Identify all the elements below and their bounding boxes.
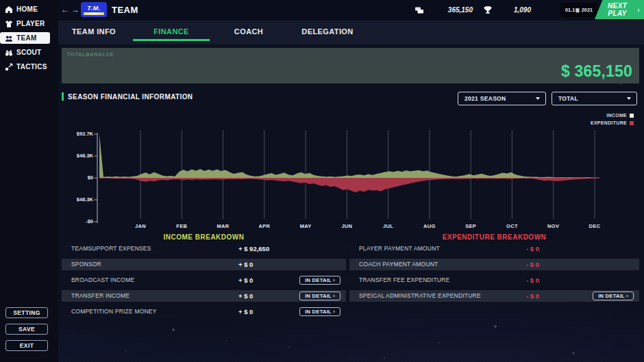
- month-label: APR: [251, 223, 278, 229]
- table-row: BROADCAST INCOME + $ 0 IN DETAIL ›: [62, 274, 346, 286]
- row-label: SPONSOR: [71, 259, 101, 270]
- table-row: TRANSFER INCOME + $ 0 IN DETAIL ›: [62, 290, 346, 302]
- tab-finance[interactable]: FINANCE: [153, 27, 189, 36]
- total-balance-value: $ 365,150: [561, 62, 632, 81]
- funds-value: 365,150: [427, 6, 473, 14]
- month-label: MAR: [210, 223, 237, 229]
- row-label: TRANSFER FEE EXPENDITURE: [359, 274, 449, 286]
- date-badge: 01.1월 2021: [560, 3, 597, 17]
- scout-icon: [5, 49, 13, 57]
- table-row: COMPETITION PRIZE MONEY + $ 0 IN DETAIL …: [62, 306, 346, 318]
- month-label: JUL: [375, 223, 402, 229]
- sidebar-item-scout[interactable]: SCOUT: [0, 47, 50, 58]
- row-label: COMPETITION PRIZE MONEY: [71, 306, 157, 318]
- row-label: BROADCAST INCOME: [71, 274, 134, 286]
- player-icon: [5, 20, 13, 28]
- exit-button[interactable]: EXIT: [5, 340, 48, 351]
- month-label: JUN: [333, 223, 360, 229]
- income-expenditure-area-chart: [62, 107, 641, 238]
- sidebar-item-label: HOME: [16, 5, 38, 13]
- row-label: TRANSFER INCOME: [71, 290, 129, 302]
- section-header: SEASON FINANCIAL INFORMATION: [62, 92, 193, 101]
- tab-bar: TEAM INFO FINANCE COACH DELEGATION: [58, 21, 644, 44]
- tab-coach[interactable]: COACH: [234, 27, 263, 36]
- tab-team-info[interactable]: TEAM INFO: [72, 27, 116, 36]
- month-label: FEB: [168, 223, 195, 229]
- row-value: + $ 0: [238, 306, 253, 318]
- sidebar: HOME PLAYER TEAM SCOUT TACTICS SETTING S…: [0, 0, 58, 362]
- month-label: NOV: [540, 223, 567, 229]
- row-label: SPEICAL ADMINISTRATIVE EXPENDITURE: [359, 290, 481, 302]
- team-icon: [5, 34, 13, 42]
- section-title: SEASON FINANCIAL INFORMATION: [68, 93, 193, 101]
- sidebar-item-tactics[interactable]: TACTICS: [0, 61, 50, 73]
- forward-arrow-icon[interactable]: →: [71, 4, 79, 15]
- row-label: PLAYER PAYMENT AMOUNT: [359, 243, 440, 255]
- month-label: DEC: [581, 223, 608, 229]
- month-label: MAY: [292, 223, 319, 229]
- app-window: HOME PLAYER TEAM SCOUT TACTICS SETTING S…: [0, 0, 644, 362]
- finance-chart: INCOME EXPENDITURE $92.7K $46.3K $0 $46.…: [62, 107, 641, 238]
- expenditure-breakdown-title: EXPENDITURE BREAKDOWN: [349, 233, 639, 241]
- scope-select[interactable]: TOTAL: [552, 92, 637, 105]
- trophies-value: 1,090: [495, 6, 531, 14]
- sidebar-item-player[interactable]: PLAYER: [0, 18, 50, 29]
- sidebar-item-label: SCOUT: [16, 49, 42, 56]
- total-balance-panel: TOTALBANALCE $ 365,150: [62, 48, 639, 83]
- tactics-icon: [5, 63, 13, 71]
- row-value: + $ 92,650: [238, 243, 269, 255]
- app-logo: T.M.: [81, 2, 107, 17]
- chevron-down-icon: [627, 97, 631, 100]
- in-detail-button[interactable]: IN DETAIL ›: [299, 307, 340, 316]
- row-value: - $ 0: [526, 290, 539, 302]
- setting-button[interactable]: SETTING: [5, 307, 48, 318]
- sidebar-footer: SETTING SAVE EXIT: [0, 307, 58, 357]
- row-value: - $ 0: [526, 259, 539, 270]
- income-breakdown-title: INCOME BREAKDOWN: [62, 233, 346, 241]
- back-arrow-icon[interactable]: ←: [61, 4, 69, 15]
- trophy-icon: [483, 5, 493, 14]
- table-row: COACH PAYMENT AMOUNT - $ 0 IN DETAIL ›: [349, 259, 639, 270]
- sidebar-item-home[interactable]: HOME: [0, 3, 50, 15]
- month-label: OCT: [498, 223, 525, 229]
- sidebar-item-label: TEAM: [16, 34, 37, 42]
- table-row: SPEICAL ADMINISTRATIVE EXPENDITURE - $ 0…: [349, 290, 639, 302]
- next-play-button[interactable]: NEXT PLAY ›: [595, 0, 644, 19]
- top-bar: ← → T.M. TEAM 365,150 1,090 01.1월 2021 N…: [58, 0, 644, 21]
- row-label: COACH PAYMENT AMOUNT: [359, 259, 438, 270]
- scope-select-value: TOTAL: [558, 95, 627, 102]
- home-icon: [5, 5, 13, 14]
- next-play-label: NEXT PLAY: [600, 2, 634, 17]
- sidebar-item-team[interactable]: TEAM: [0, 32, 50, 44]
- sidebar-item-label: TACTICS: [16, 63, 47, 70]
- row-value: - $ 0: [526, 243, 539, 255]
- table-row: TEAMSUPPORT EXPENSES + $ 92,650 IN DETAI…: [62, 243, 346, 255]
- season-select[interactable]: 2021 SEASON: [458, 92, 546, 105]
- season-select-value: 2021 SEASON: [465, 95, 536, 102]
- section-accent-bar: [62, 92, 64, 101]
- chevron-down-icon: [536, 97, 540, 100]
- month-label: SEP: [457, 223, 484, 229]
- table-row: PLAYER PAYMENT AMOUNT - $ 0 IN DETAIL ›: [349, 243, 639, 255]
- table-row: TRANSFER FEE EXPENDITURE - $ 0 IN DETAIL…: [349, 274, 639, 286]
- chevron-right-icon: ›: [637, 6, 640, 14]
- in-detail-button[interactable]: IN DETAIL ›: [299, 292, 340, 300]
- in-detail-button[interactable]: IN DETAIL ›: [299, 276, 340, 285]
- page-title: TEAM: [112, 0, 138, 21]
- money-icon: [414, 5, 424, 14]
- sidebar-item-label: PLAYER: [16, 20, 45, 27]
- save-button[interactable]: SAVE: [5, 324, 48, 335]
- app-logo-banner: [84, 12, 104, 15]
- table-row: SPONSOR + $ 0 IN DETAIL ›: [62, 259, 346, 270]
- row-value: + $ 0: [238, 274, 253, 286]
- row-value: - $ 0: [526, 274, 539, 286]
- total-balance-label: TOTALBANALCE: [67, 51, 114, 57]
- in-detail-button[interactable]: IN DETAIL ›: [593, 292, 634, 300]
- month-label: AUG: [416, 223, 443, 229]
- row-value: + $ 0: [238, 290, 253, 302]
- month-label: JAN: [127, 223, 154, 229]
- app-logo-text: T.M.: [87, 5, 100, 12]
- tab-delegation[interactable]: DELEGATION: [301, 27, 353, 36]
- row-label: TEAMSUPPORT EXPENSES: [71, 243, 151, 255]
- row-value: + $ 0: [238, 259, 253, 270]
